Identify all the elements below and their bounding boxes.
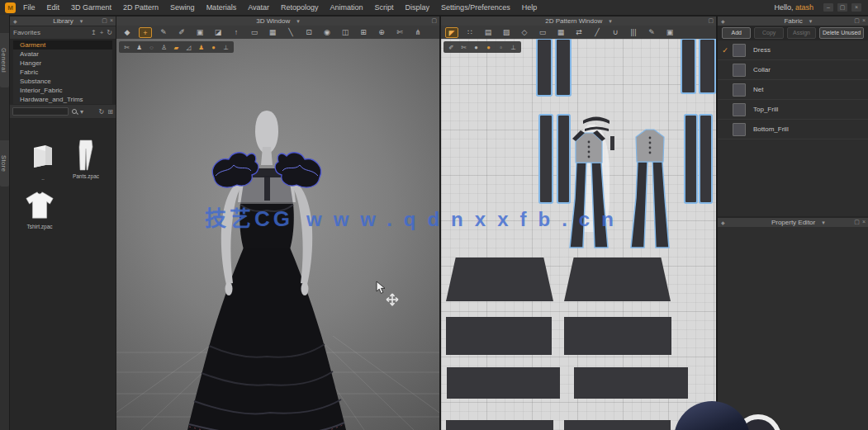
show-grid-icon[interactable]: ◿ (184, 43, 193, 52)
pattern-piece-frill[interactable] (564, 317, 671, 355)
show-stand-icon[interactable]: ⊥ (221, 43, 230, 52)
pin-icon[interactable]: ◆ (13, 18, 17, 24)
scissors-3d-icon[interactable]: ✄ (393, 27, 406, 38)
chevron-down-icon[interactable]: ▾ (80, 18, 83, 25)
fabric-item[interactable]: Bottom_Frill (718, 120, 868, 139)
pen-3d-icon[interactable]: ✎ (157, 27, 170, 38)
select-move-icon[interactable]: + (139, 27, 152, 38)
menu-item[interactable]: Settings/Preferences (441, 3, 510, 12)
add-point-icon[interactable]: ◇ (518, 27, 531, 38)
property-editor-header[interactable]: ◆ Property Editor▾ ▢× (718, 218, 868, 227)
pattern-piece-skirt-panel[interactable] (564, 258, 671, 301)
menu-item[interactable]: Materials (206, 3, 237, 12)
arrangement-grid-icon[interactable]: ▦ (266, 27, 279, 38)
menu-item[interactable]: Display (406, 3, 430, 12)
close-panel-icon[interactable]: × (862, 17, 866, 24)
transform-pattern-icon[interactable]: ◤ (445, 27, 458, 38)
pattern-piece-strip[interactable] (540, 116, 552, 202)
close-button[interactable]: × (851, 3, 861, 12)
2d-window-header[interactable]: 2D Pattern Window▾ ▢ (441, 17, 716, 26)
show-garment-icon[interactable]: ✄ (122, 43, 131, 52)
fabric-action-button[interactable]: Delete Unused (819, 27, 864, 39)
username[interactable]: atash (795, 3, 813, 12)
sewing-3d-icon[interactable]: ╲ (284, 27, 297, 38)
fabric-action-button[interactable]: Assign (787, 27, 816, 39)
menu-item[interactable]: File (23, 3, 36, 12)
pattern-canvas[interactable]: ✐✄●●▫⊥ (441, 39, 716, 430)
garment-fit-icon[interactable]: ▣ (193, 27, 206, 38)
chevron-down-icon[interactable]: ▾ (296, 18, 300, 25)
favorites-item[interactable]: Hardware_and_Trims (13, 95, 112, 104)
maximize-button[interactable]: ▢ (837, 3, 847, 12)
menu-item[interactable]: Edit (47, 3, 60, 12)
menu-item[interactable]: Sewing (170, 3, 195, 12)
fabric-item[interactable]: Collar (718, 60, 868, 80)
chevron-down-icon[interactable]: ▾ (822, 220, 825, 226)
3d-viewport[interactable]: ✄♟◌♙▰◿♟●⊥ (116, 39, 439, 430)
fabric-item[interactable]: Top_Frill (718, 100, 868, 120)
pattern-piece-bodice[interactable] (568, 130, 609, 250)
pattern-piece-frill[interactable] (447, 367, 560, 399)
chevron-down-icon[interactable]: ▾ (609, 18, 612, 25)
free-sewing-icon[interactable]: ∪ (609, 27, 622, 38)
pattern-piece-strip[interactable] (700, 40, 714, 92)
pattern-piece-frill[interactable] (564, 420, 671, 430)
favorites-item[interactable]: Interior_Fabric (13, 86, 112, 95)
edit-pattern-icon[interactable]: ∷ (463, 27, 477, 38)
stamp-icon[interactable]: ⊥ (509, 43, 518, 52)
pin-icon[interactable]: ◆ (721, 18, 725, 24)
pattern-piece-strip[interactable] (682, 40, 695, 92)
refresh-icon[interactable]: ↻ (107, 29, 112, 36)
texture-edit-icon[interactable]: ✐ (447, 43, 456, 52)
fabric-swatch[interactable] (733, 64, 746, 77)
menu-item[interactable]: Help (522, 3, 538, 12)
pattern-piece-frill[interactable] (574, 367, 688, 399)
rail-tab-general[interactable]: General (0, 33, 9, 87)
steam-brush-icon[interactable]: ◉ (320, 27, 334, 38)
mirror-paste-icon[interactable]: ⇄ (572, 27, 586, 38)
menu-item[interactable]: Script (375, 3, 394, 12)
flatten-icon[interactable]: ⊞ (357, 27, 370, 38)
pattern-piece-frill[interactable] (446, 317, 552, 355)
grid-view-icon[interactable]: ⊞ (107, 108, 113, 116)
segment-sewing-icon[interactable]: ╱ (591, 27, 604, 38)
show-avatar-mesh-icon[interactable]: ♟ (197, 43, 206, 52)
float-panel-icon[interactable]: ▢ (854, 17, 860, 24)
menu-item[interactable]: Animation (330, 3, 363, 12)
search-input[interactable] (12, 107, 69, 116)
pattern-piece-strip[interactable] (700, 116, 711, 202)
detail-view-icon[interactable]: ▫ (496, 43, 505, 52)
show-avatar-icon[interactable]: ♟ (135, 43, 144, 52)
favorites-item[interactable]: Garment (13, 40, 112, 50)
search-filter-chevron-icon[interactable]: ▾ (80, 108, 83, 116)
close-panel-icon[interactable]: × (862, 219, 866, 225)
file-item-pants[interactable]: Pants.zpac (68, 139, 104, 179)
float-panel-icon[interactable]: ▢ (854, 219, 860, 225)
arrangement-board-icon[interactable]: ▭ (248, 27, 261, 38)
image-icon[interactable]: ▨ (500, 27, 513, 38)
fabric-item[interactable]: Net (718, 80, 868, 100)
rail-tab-store[interactable]: Store (0, 140, 9, 187)
file-item-tshirt[interactable]: Tshirt.zpac (21, 189, 58, 229)
minimize-button[interactable]: – (823, 3, 833, 12)
pattern-piece-strip[interactable] (538, 40, 551, 95)
show-arrangement-icon[interactable]: ♙ (159, 43, 168, 52)
edit-sculpt-icon[interactable]: ✐ (175, 27, 188, 38)
pattern-piece-bodice[interactable] (629, 127, 671, 250)
show-mesh-icon[interactable]: ● (472, 43, 481, 52)
fabric-swatch[interactable] (733, 123, 746, 136)
shirt-template-icon[interactable]: ▣ (663, 27, 676, 38)
grid-pattern-icon[interactable]: ▦ (554, 27, 567, 38)
cut-sew-icon[interactable]: ✄ (459, 43, 468, 52)
fabric-swatch[interactable] (733, 83, 746, 97)
simulate-icon[interactable]: ◆ (121, 27, 134, 38)
favorites-item[interactable]: Avatar (13, 50, 112, 59)
float-panel-icon[interactable]: ▢ (708, 17, 714, 24)
gizmo-icon[interactable]: ⊕ (375, 27, 388, 38)
pin-box-icon[interactable]: ⊡ (302, 27, 315, 38)
pattern-piece-frill[interactable] (446, 420, 553, 430)
copy-pattern-icon[interactable]: ▤ (481, 27, 495, 38)
pleats-icon[interactable]: ||| (627, 27, 640, 38)
pattern-piece-strip[interactable] (557, 40, 570, 95)
pattern-piece-skirt-panel[interactable] (446, 258, 553, 301)
